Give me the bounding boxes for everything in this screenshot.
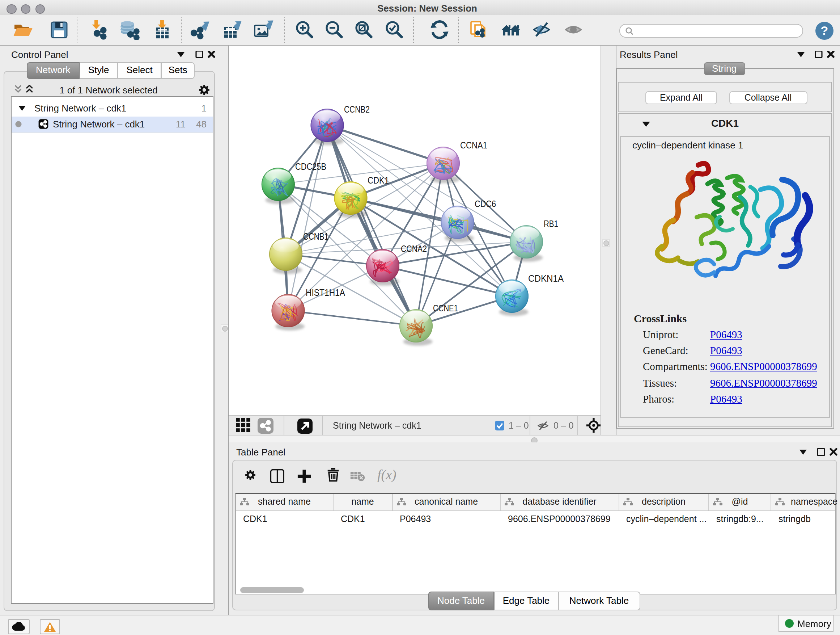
svg-text:CCNB2: CCNB2 <box>344 104 370 115</box>
svg-text:CDKN1A: CDKN1A <box>528 273 564 284</box>
svg-text:CCNB1: CCNB1 <box>303 231 328 242</box>
svg-text:CDC25B: CDC25B <box>295 161 326 172</box>
svg-text:RB1: RB1 <box>544 218 558 229</box>
svg-text:CDC6: CDC6 <box>475 198 496 209</box>
svg-text:HIST1H1A: HIST1H1A <box>306 287 346 298</box>
svg-text:CCNA2: CCNA2 <box>401 243 427 254</box>
svg-text:CCNE1: CCNE1 <box>433 302 458 314</box>
svg-text:CDK1: CDK1 <box>368 175 389 186</box>
svg-text:CCNA1: CCNA1 <box>460 140 487 150</box>
